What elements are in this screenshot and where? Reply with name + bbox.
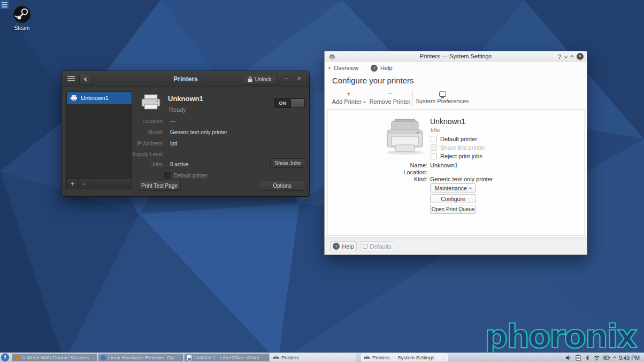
reject-jobs-label: Reject print jobs bbox=[440, 153, 482, 159]
footer-help-button[interactable]: ? Help bbox=[330, 241, 357, 251]
task-libreoffice-writer[interactable]: Untitled 1 - LibreOffice Writer bbox=[184, 353, 270, 361]
task-label: A Week With Gnome Screenshot... bbox=[22, 355, 95, 360]
overview-button[interactable]: Overview bbox=[329, 63, 358, 73]
page-title: Configure your printers bbox=[332, 76, 414, 85]
task-browser-home[interactable]: Linux Hardware Reviews, Open... bbox=[98, 353, 183, 361]
battery-icon[interactable] bbox=[603, 355, 610, 361]
chevron-up-icon bbox=[570, 55, 573, 58]
printer-enabled-toggle[interactable]: ON bbox=[274, 98, 305, 108]
printer-name: Unknown1 bbox=[430, 117, 465, 126]
row-value: Generic text-only printer bbox=[170, 129, 227, 135]
field-label: Location: bbox=[360, 169, 427, 175]
row-value: 0 active bbox=[170, 161, 188, 167]
browser-icon bbox=[14, 355, 20, 360]
row-label: IP Address bbox=[125, 141, 163, 147]
defaults-button[interactable]: Defaults bbox=[360, 241, 394, 251]
overview-label: Overview bbox=[334, 65, 358, 71]
default-printer-checkbox-row[interactable]: Default printer bbox=[431, 136, 477, 142]
kde-footer: ? Help Defaults bbox=[325, 237, 587, 255]
toggle-handle bbox=[290, 99, 304, 107]
help-button[interactable]: ? Help bbox=[371, 63, 393, 73]
unlock-button[interactable]: Unlock bbox=[242, 74, 277, 84]
printer-icon bbox=[70, 95, 78, 101]
remove-printer-button[interactable]: − bbox=[79, 179, 90, 189]
desktop-toolbox-icon[interactable] bbox=[0, 0, 9, 9]
detail-row-supply: Supply Level bbox=[62, 151, 309, 159]
plus-icon: + bbox=[347, 91, 351, 97]
titlebar-buttons: ? × bbox=[558, 51, 584, 61]
printer-icon bbox=[273, 355, 279, 360]
sidebar-item-label: Unknown1 bbox=[81, 95, 109, 101]
kde-system-settings-window: Printers — System Settings ? × Overview … bbox=[324, 51, 587, 255]
row-label: Supply Level bbox=[125, 151, 163, 157]
task-label: Printers bbox=[281, 355, 299, 360]
row-label: Location bbox=[125, 118, 163, 124]
minus-icon: − bbox=[388, 91, 392, 97]
add-printer-button[interactable]: + Add Printer bbox=[331, 89, 366, 107]
defaults-label: Defaults bbox=[370, 243, 391, 250]
row-label: Jobs bbox=[125, 161, 163, 167]
task-gnome-printers[interactable]: Printers bbox=[270, 353, 356, 361]
system-preferences-button[interactable]: System Preferences bbox=[416, 89, 469, 107]
footer-help-label: Help bbox=[342, 243, 354, 250]
steam-label: Steam bbox=[9, 25, 35, 31]
taskbar: f A Week With Gnome Screenshot... Linux … bbox=[0, 352, 644, 362]
show-jobs-button[interactable]: Show Jobs bbox=[270, 158, 305, 168]
checkbox[interactable] bbox=[431, 136, 437, 142]
printer-status: Ready bbox=[169, 106, 186, 113]
minimize-button[interactable] bbox=[565, 56, 567, 58]
sidebar-item-printer[interactable]: Unknown1 bbox=[67, 92, 132, 104]
field-kind: Kind: Generic text-only printer bbox=[328, 176, 584, 183]
options-button[interactable]: Options bbox=[259, 181, 305, 191]
help-titlebar-button[interactable]: ? bbox=[558, 53, 561, 60]
add-printer-button[interactable]: + bbox=[67, 179, 79, 189]
checkbox[interactable] bbox=[431, 153, 437, 159]
expand-tray-icon[interactable] bbox=[613, 356, 616, 359]
defaults-icon bbox=[363, 244, 367, 249]
detail-row-ip: IP Address lpd bbox=[62, 141, 309, 148]
clock[interactable]: 9:43 PM bbox=[619, 355, 640, 361]
system-preferences-label: System Preferences bbox=[416, 98, 469, 104]
clipboard-icon[interactable] bbox=[575, 355, 581, 361]
configure-button[interactable]: Configure bbox=[430, 194, 476, 203]
row-value: — bbox=[170, 118, 175, 124]
system-tray: 9:43 PM bbox=[565, 353, 640, 362]
watermark-text: phoronix bbox=[485, 319, 637, 354]
print-test-page-button[interactable]: Print Test Page bbox=[138, 181, 181, 191]
task-browser-article[interactable]: A Week With Gnome Screenshot... bbox=[12, 353, 97, 361]
bluetooth-icon[interactable] bbox=[585, 355, 590, 361]
maximize-button[interactable] bbox=[571, 56, 573, 58]
open-print-queue-button[interactable]: Open Print Queue bbox=[430, 205, 476, 214]
volume-icon[interactable] bbox=[565, 355, 572, 361]
steam-shortcut[interactable]: Steam bbox=[9, 5, 35, 31]
default-printer-checkbox-row[interactable]: Default printer bbox=[164, 172, 208, 179]
chevron-down-icon bbox=[469, 186, 472, 189]
printer-detail-panel: Unknown1 Idle Default printer Share this… bbox=[327, 109, 585, 236]
maintenance-dropdown[interactable]: Maintenance bbox=[430, 183, 476, 192]
field-location: Location: bbox=[328, 169, 584, 176]
share-printer-checkbox-row: Share this printer bbox=[431, 144, 485, 151]
printer-status: Idle bbox=[431, 127, 440, 133]
checkbox[interactable] bbox=[164, 172, 171, 179]
application-launcher-button[interactable]: f bbox=[1, 353, 9, 361]
wifi-icon[interactable] bbox=[593, 355, 600, 361]
task-system-settings-printers[interactable]: Printers — System Settings bbox=[361, 353, 448, 361]
row-value: lpd bbox=[170, 141, 177, 147]
close-button[interactable]: × bbox=[577, 53, 584, 60]
chevron-down-icon bbox=[363, 101, 366, 103]
task-label: Printers — System Settings bbox=[372, 355, 434, 360]
field-name: Name: Unknown1 bbox=[328, 162, 584, 169]
reject-jobs-checkbox-row[interactable]: Reject print jobs bbox=[431, 153, 482, 159]
share-printer-label: Share this printer bbox=[440, 144, 485, 151]
steam-icon bbox=[13, 5, 31, 24]
minimize-button[interactable]: – bbox=[281, 73, 291, 84]
remove-printer-button[interactable]: − Remove Printer bbox=[369, 89, 411, 107]
close-button[interactable]: × bbox=[294, 73, 304, 84]
unlock-label: Unlock bbox=[255, 76, 272, 82]
window-title: Printers — System Settings bbox=[325, 53, 587, 59]
default-printer-label: Default printer bbox=[174, 173, 208, 179]
document-icon bbox=[187, 355, 192, 361]
detail-row-location: Location — bbox=[62, 118, 309, 126]
globe-icon bbox=[101, 355, 106, 360]
field-label: Name: bbox=[360, 162, 427, 168]
